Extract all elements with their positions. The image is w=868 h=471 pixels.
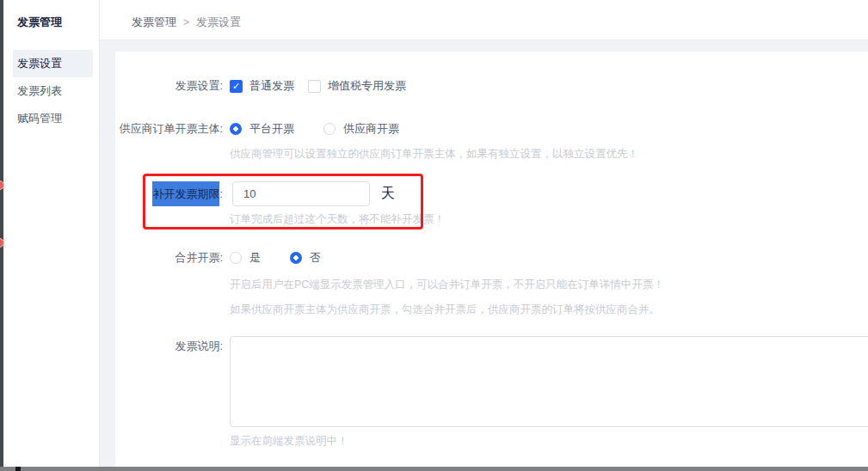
merge-invoice-options: 是 否 xyxy=(230,250,347,266)
reissue-deadline-hint: 订单完成后超过这个天数，将不能补开发票！ xyxy=(230,212,445,227)
main-area: 发票管理 > 发票设置 发票设置: ✓ 普通发票 增值税专用发票 供应商订单开票… xyxy=(99,0,868,471)
breadcrumb: 发票管理 > 发票设置 xyxy=(132,15,241,30)
collapsed-nav-strip xyxy=(0,0,3,471)
option-label: 供应商开票 xyxy=(343,121,399,137)
sidebar-item-invoice-settings[interactable]: 发票设置 xyxy=(13,50,93,77)
sidebar: 发票管理 发票设置 发票列表 赋码管理 xyxy=(3,0,99,471)
option-vat-invoice[interactable]: 增值税专用发票 xyxy=(308,78,406,94)
supplier-subject-options: 平台开票 供应商开票 xyxy=(230,121,425,137)
sidebar-title: 发票管理 xyxy=(3,0,99,30)
invoice-note-hint: 显示在前端发票说明中！ xyxy=(230,434,348,449)
option-label: 否 xyxy=(310,250,321,266)
breadcrumb-invoice-management[interactable]: 发票管理 xyxy=(132,15,176,30)
reissue-deadline-label: 补开发票期限: xyxy=(115,187,223,202)
supplier-subject-row: 供应商订单开票主体: 平台开票 供应商开票 xyxy=(115,121,425,137)
checkbox-checked-icon[interactable]: ✓ xyxy=(230,80,243,93)
merge-invoice-hint-2: 如果供应商开票主体为供应商开票，勾选合并开票后，供应商开票的订单将按供应商合并。 xyxy=(230,303,660,317)
merge-invoice-hint-1: 开启后用户在PC端显示发票管理入口，可以合并订单开票，不开启只能在订单详情中开票… xyxy=(230,278,664,292)
radio-unselected-icon[interactable] xyxy=(323,123,336,135)
label-colon: : xyxy=(219,187,223,200)
chevron-right-icon: > xyxy=(183,16,189,28)
sidebar-menu: 发票设置 发票列表 赋码管理 xyxy=(3,50,99,132)
option-label: 增值税专用发票 xyxy=(328,78,406,94)
horizontal-scrollbar[interactable] xyxy=(0,467,868,471)
checkbox-unchecked-icon[interactable] xyxy=(308,80,321,93)
reissue-deadline-input[interactable] xyxy=(232,181,370,206)
breadcrumb-invoice-settings: 发票设置 xyxy=(196,15,241,30)
merge-invoice-row: 合并开票: 是 否 xyxy=(115,250,347,266)
invoice-type-label: 发票设置: xyxy=(115,78,223,94)
radio-selected-icon[interactable] xyxy=(230,123,242,135)
option-label: 是 xyxy=(249,250,261,266)
option-general-invoice[interactable]: ✓ 普通发票 xyxy=(230,78,294,94)
radio-selected-icon[interactable] xyxy=(290,252,302,264)
option-platform-invoicing[interactable]: 平台开票 xyxy=(230,121,294,137)
selected-text-highlight: 补开发票期限 xyxy=(152,181,219,206)
invoice-note-label: 发票说明: xyxy=(115,339,223,354)
invoice-type-options: ✓ 普通发票 增值税专用发票 xyxy=(230,78,432,94)
invoice-type-row: 发票设置: ✓ 普通发票 增值税专用发票 xyxy=(115,78,432,94)
option-yes[interactable]: 是 xyxy=(230,250,261,266)
invoice-note-textarea[interactable] xyxy=(230,336,868,427)
settings-card: 发票设置: ✓ 普通发票 增值税专用发票 供应商订单开票主体: 平台开票 xyxy=(115,52,868,467)
supplier-subject-label: 供应商订单开票主体: xyxy=(115,121,223,137)
top-header: 发票管理 > 发票设置 xyxy=(100,0,868,40)
option-label: 平台开票 xyxy=(249,121,294,137)
sidebar-item-invoice-list[interactable]: 发票列表 xyxy=(13,77,93,105)
supplier-subject-hint: 供应商管理可以设置独立的供应商订单开票主体，如果有独立设置，以独立设置优先！ xyxy=(230,147,638,162)
option-supplier-invoicing[interactable]: 供应商开票 xyxy=(323,121,399,137)
unit-days: 天 xyxy=(381,185,395,203)
reissue-deadline-row: 补开发票期限: 天 xyxy=(115,181,395,206)
radio-unselected-icon[interactable] xyxy=(230,252,242,264)
scrollbar-thumb[interactable] xyxy=(15,467,21,471)
option-no[interactable]: 否 xyxy=(290,250,321,266)
sidebar-item-code-management[interactable]: 赋码管理 xyxy=(13,105,93,132)
option-label: 普通发票 xyxy=(249,78,294,94)
merge-invoice-label: 合并开票: xyxy=(115,250,223,266)
